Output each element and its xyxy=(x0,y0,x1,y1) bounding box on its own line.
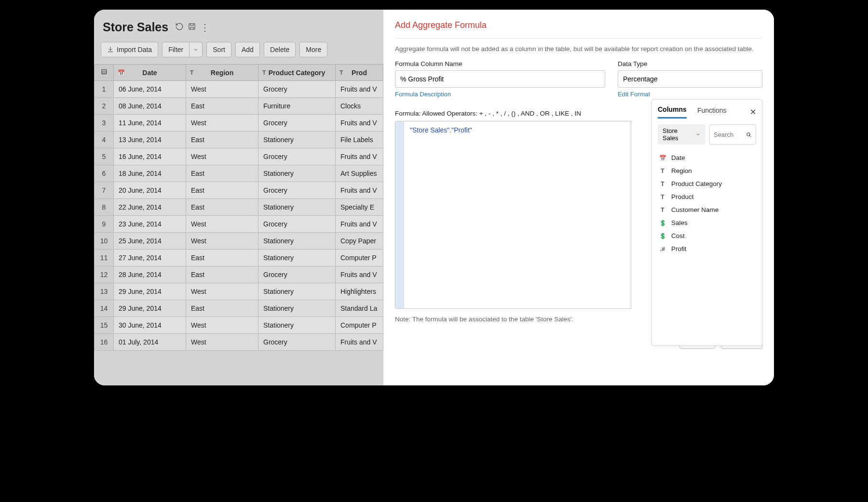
formula-editor[interactable]: "Store Sales"."Profit" xyxy=(395,121,631,309)
cell-category[interactable]: Grocery xyxy=(258,266,336,283)
cell-category[interactable]: Stationery xyxy=(258,300,336,317)
cell-category[interactable]: Stationery xyxy=(258,250,336,266)
cell-product[interactable]: Clocks xyxy=(336,98,383,115)
cell-product[interactable]: Highlighters xyxy=(336,283,383,300)
close-icon[interactable]: ✕ xyxy=(750,107,756,117)
cell-product[interactable]: Copy Paper xyxy=(336,233,383,250)
column-item[interactable]: 📅Date xyxy=(658,151,756,164)
cell-region[interactable]: East xyxy=(186,300,258,317)
header-date[interactable]: 📅Date xyxy=(114,65,186,81)
column-item[interactable]: TRegion xyxy=(658,164,756,177)
cell-product[interactable]: Specialty E xyxy=(336,199,383,216)
column-item[interactable]: 💲Cost xyxy=(658,229,756,242)
tab-functions[interactable]: Functions xyxy=(697,106,727,118)
cell-category[interactable]: Grocery xyxy=(258,81,336,98)
table-row[interactable]: 9 23 June, 2014 West Grocery Fruits and … xyxy=(95,216,383,233)
table-row[interactable]: 16 01 July, 2014 West Grocery Fruits and… xyxy=(95,334,383,351)
table-row[interactable]: 12 28 June, 2014 East Grocery Fruits and… xyxy=(95,266,383,283)
cell-region[interactable]: East xyxy=(186,250,258,266)
cell-category[interactable]: Grocery xyxy=(258,216,336,233)
cell-date[interactable]: 13 June, 2014 xyxy=(114,132,186,148)
cell-region[interactable]: West xyxy=(186,233,258,250)
cell-date[interactable]: 16 June, 2014 xyxy=(114,148,186,165)
formula-name-input[interactable] xyxy=(395,70,605,88)
cell-date[interactable]: 20 June, 2014 xyxy=(114,182,186,199)
cell-product[interactable]: File Labels xyxy=(336,132,383,148)
cell-date[interactable]: 29 June, 2014 xyxy=(114,300,186,317)
refresh-icon[interactable] xyxy=(175,22,184,33)
delete-button[interactable]: Delete xyxy=(264,42,296,57)
header-rownum[interactable] xyxy=(95,65,114,81)
table-row[interactable]: 7 20 June, 2014 East Grocery Fruits and … xyxy=(95,182,383,199)
more-button[interactable]: More xyxy=(299,42,327,57)
table-selector[interactable]: Store Sales xyxy=(658,124,705,145)
cell-date[interactable]: 06 June, 2014 xyxy=(114,81,186,98)
column-item[interactable]: .#Profit xyxy=(658,242,756,255)
cell-date[interactable]: 27 June, 2014 xyxy=(114,250,186,266)
cell-region[interactable]: West xyxy=(186,148,258,165)
table-row[interactable]: 15 30 June, 2014 West Stationery Compute… xyxy=(95,317,383,334)
table-row[interactable]: 3 11 June, 2014 West Grocery Fruits and … xyxy=(95,115,383,132)
header-category[interactable]: TProduct Category xyxy=(258,65,336,81)
cell-product[interactable]: Fruits and V xyxy=(336,216,383,233)
cell-region[interactable]: West xyxy=(186,334,258,351)
table-row[interactable]: 8 22 June, 2014 East Stationery Specialt… xyxy=(95,199,383,216)
column-search[interactable] xyxy=(709,124,756,145)
cell-date[interactable]: 18 June, 2014 xyxy=(114,165,186,182)
table-row[interactable]: 13 29 June, 2014 West Stationery Highlig… xyxy=(95,283,383,300)
filter-button[interactable]: Filter xyxy=(162,42,190,57)
save-icon[interactable] xyxy=(188,22,196,33)
cell-product[interactable]: Computer P xyxy=(336,250,383,266)
header-product[interactable]: TProd xyxy=(336,65,383,81)
cell-region[interactable]: West xyxy=(186,216,258,233)
cell-product[interactable]: Fruits and V xyxy=(336,266,383,283)
cell-category[interactable]: Grocery xyxy=(258,334,336,351)
table-row[interactable]: 2 08 June, 2014 East Furniture Clocks xyxy=(95,98,383,115)
cell-category[interactable]: Grocery xyxy=(258,115,336,132)
table-row[interactable]: 10 25 June, 2014 West Stationery Copy Pa… xyxy=(95,233,383,250)
cell-date[interactable]: 29 June, 2014 xyxy=(114,283,186,300)
cell-product[interactable]: Fruits and V xyxy=(336,115,383,132)
cell-date[interactable]: 25 June, 2014 xyxy=(114,233,186,250)
cell-region[interactable]: East xyxy=(186,98,258,115)
cell-product[interactable]: Computer P xyxy=(336,317,383,334)
column-item[interactable]: 💲Sales xyxy=(658,216,756,229)
cell-product[interactable]: Fruits and V xyxy=(336,182,383,199)
cell-region[interactable]: East xyxy=(186,182,258,199)
cell-region[interactable]: West xyxy=(186,283,258,300)
data-type-select[interactable] xyxy=(618,70,762,88)
edit-format-link[interactable]: Edit Format xyxy=(618,91,650,98)
cell-region[interactable]: West xyxy=(186,81,258,98)
cell-category[interactable]: Stationery xyxy=(258,165,336,182)
add-button[interactable]: Add xyxy=(235,42,260,57)
cell-region[interactable]: East xyxy=(186,165,258,182)
table-row[interactable]: 14 29 June, 2014 East Stationery Standar… xyxy=(95,300,383,317)
formula-description-link[interactable]: Formula Description xyxy=(395,91,451,98)
tab-columns[interactable]: Columns xyxy=(658,106,687,119)
filter-dropdown-button[interactable] xyxy=(190,42,203,57)
column-item[interactable]: TProduct xyxy=(658,190,756,203)
cell-region[interactable]: East xyxy=(186,199,258,216)
column-search-input[interactable] xyxy=(714,131,743,138)
cell-date[interactable]: 11 June, 2014 xyxy=(114,115,186,132)
cell-date[interactable]: 22 June, 2014 xyxy=(114,199,186,216)
cell-category[interactable]: Stationery xyxy=(258,317,336,334)
table-row[interactable]: 1 06 June, 2014 West Grocery Fruits and … xyxy=(95,81,383,98)
cell-region[interactable]: West xyxy=(186,317,258,334)
cell-category[interactable]: Grocery xyxy=(258,148,336,165)
cell-category[interactable]: Furniture xyxy=(258,98,336,115)
cell-category[interactable]: Stationery xyxy=(258,283,336,300)
cell-region[interactable]: East xyxy=(186,132,258,148)
cell-date[interactable]: 28 June, 2014 xyxy=(114,266,186,283)
table-row[interactable]: 6 18 June, 2014 East Stationery Art Supp… xyxy=(95,165,383,182)
header-region[interactable]: TRegion xyxy=(186,65,258,81)
cell-region[interactable]: West xyxy=(186,115,258,132)
cell-product[interactable]: Fruits and V xyxy=(336,148,383,165)
cell-product[interactable]: Fruits and V xyxy=(336,334,383,351)
cell-date[interactable]: 08 June, 2014 xyxy=(114,98,186,115)
cell-product[interactable]: Art Supplies xyxy=(336,165,383,182)
cell-category[interactable]: Stationery xyxy=(258,199,336,216)
table-row[interactable]: 4 13 June, 2014 East Stationery File Lab… xyxy=(95,132,383,148)
cell-category[interactable]: Stationery xyxy=(258,132,336,148)
table-row[interactable]: 5 16 June, 2014 West Grocery Fruits and … xyxy=(95,148,383,165)
